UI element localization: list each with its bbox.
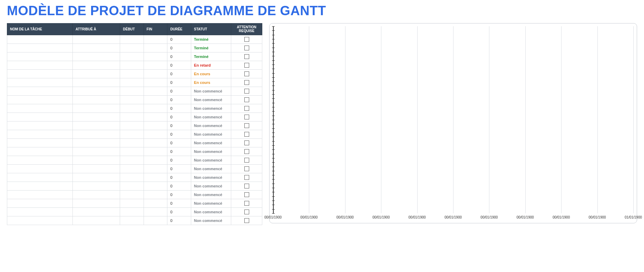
cell-assigned[interactable]	[73, 96, 120, 104]
cell-task[interactable]	[7, 216, 73, 225]
cell-assigned[interactable]	[73, 122, 120, 130]
cell-assigned[interactable]	[73, 199, 120, 208]
cell-start[interactable]	[120, 113, 144, 122]
cell-status[interactable]: Non commencé	[191, 216, 231, 225]
cell-status[interactable]: Non commencé	[191, 156, 231, 165]
cell-task[interactable]	[7, 87, 73, 96]
cell-start[interactable]	[120, 182, 144, 191]
cell-task[interactable]	[7, 173, 73, 182]
cell-assigned[interactable]	[73, 156, 120, 165]
cell-assigned[interactable]	[73, 70, 120, 78]
attention-checkbox[interactable]	[244, 149, 249, 154]
cell-assigned[interactable]	[73, 208, 120, 216]
cell-assigned[interactable]	[73, 191, 120, 199]
cell-start[interactable]	[120, 165, 144, 173]
cell-end[interactable]	[144, 182, 167, 191]
cell-end[interactable]	[144, 130, 167, 139]
cell-status[interactable]: Non commencé	[191, 139, 231, 147]
cell-start[interactable]	[120, 44, 144, 52]
attention-checkbox[interactable]	[244, 210, 249, 214]
cell-end[interactable]	[144, 173, 167, 182]
cell-status[interactable]: Non commencé	[191, 173, 231, 182]
cell-assigned[interactable]	[73, 165, 120, 173]
cell-start[interactable]	[120, 173, 144, 182]
cell-end[interactable]	[144, 113, 167, 122]
cell-end[interactable]	[144, 191, 167, 199]
cell-task[interactable]	[7, 113, 73, 122]
attention-checkbox[interactable]	[244, 218, 249, 223]
cell-status[interactable]: Non commencé	[191, 165, 231, 173]
cell-start[interactable]	[120, 191, 144, 199]
cell-end[interactable]	[144, 87, 167, 96]
cell-start[interactable]	[120, 70, 144, 78]
cell-start[interactable]	[120, 104, 144, 113]
cell-start[interactable]	[120, 147, 144, 156]
cell-status[interactable]: Non commencé	[191, 87, 231, 96]
cell-end[interactable]	[144, 96, 167, 104]
cell-start[interactable]	[120, 199, 144, 208]
cell-task[interactable]	[7, 70, 73, 78]
cell-task[interactable]	[7, 208, 73, 216]
cell-task[interactable]	[7, 165, 73, 173]
cell-task[interactable]	[7, 182, 73, 191]
attention-checkbox[interactable]	[244, 115, 249, 119]
cell-end[interactable]	[144, 156, 167, 165]
cell-task[interactable]	[7, 122, 73, 130]
cell-assigned[interactable]	[73, 52, 120, 61]
cell-end[interactable]	[144, 104, 167, 113]
cell-status[interactable]: Non commencé	[191, 113, 231, 122]
cell-start[interactable]	[120, 208, 144, 216]
cell-task[interactable]	[7, 139, 73, 147]
cell-assigned[interactable]	[73, 113, 120, 122]
cell-status[interactable]: Non commencé	[191, 199, 231, 208]
cell-status[interactable]: Non commencé	[191, 130, 231, 139]
attention-checkbox[interactable]	[244, 201, 249, 206]
cell-assigned[interactable]	[73, 147, 120, 156]
cell-end[interactable]	[144, 44, 167, 52]
cell-assigned[interactable]	[73, 87, 120, 96]
cell-assigned[interactable]	[73, 130, 120, 139]
attention-checkbox[interactable]	[244, 89, 249, 94]
attention-checkbox[interactable]	[244, 71, 249, 76]
cell-task[interactable]	[7, 147, 73, 156]
attention-checkbox[interactable]	[244, 37, 249, 42]
cell-status[interactable]: Terminé	[191, 35, 231, 44]
attention-checkbox[interactable]	[244, 158, 249, 163]
cell-task[interactable]	[7, 199, 73, 208]
cell-end[interactable]	[144, 139, 167, 147]
cell-start[interactable]	[120, 156, 144, 165]
cell-task[interactable]	[7, 35, 73, 44]
attention-checkbox[interactable]	[244, 184, 249, 188]
cell-end[interactable]	[144, 165, 167, 173]
cell-task[interactable]	[7, 96, 73, 104]
cell-status[interactable]: Non commencé	[191, 104, 231, 113]
cell-status[interactable]: Non commencé	[191, 122, 231, 130]
cell-task[interactable]	[7, 52, 73, 61]
cell-status[interactable]: Non commencé	[191, 182, 231, 191]
cell-status[interactable]: En cours	[191, 78, 231, 87]
cell-task[interactable]	[7, 156, 73, 165]
cell-end[interactable]	[144, 208, 167, 216]
cell-assigned[interactable]	[73, 139, 120, 147]
cell-assigned[interactable]	[73, 61, 120, 70]
attention-checkbox[interactable]	[244, 97, 249, 102]
cell-assigned[interactable]	[73, 182, 120, 191]
attention-checkbox[interactable]	[244, 123, 249, 128]
cell-status[interactable]: Terminé	[191, 44, 231, 52]
cell-status[interactable]: Non commencé	[191, 191, 231, 199]
cell-assigned[interactable]	[73, 216, 120, 225]
cell-assigned[interactable]	[73, 173, 120, 182]
cell-start[interactable]	[120, 96, 144, 104]
cell-end[interactable]	[144, 199, 167, 208]
cell-start[interactable]	[120, 61, 144, 70]
cell-status[interactable]: Terminé	[191, 52, 231, 61]
cell-start[interactable]	[120, 122, 144, 130]
cell-start[interactable]	[120, 130, 144, 139]
attention-checkbox[interactable]	[244, 132, 249, 137]
cell-end[interactable]	[144, 216, 167, 225]
cell-end[interactable]	[144, 52, 167, 61]
cell-status[interactable]: Non commencé	[191, 147, 231, 156]
cell-task[interactable]	[7, 104, 73, 113]
cell-task[interactable]	[7, 78, 73, 87]
cell-end[interactable]	[144, 61, 167, 70]
